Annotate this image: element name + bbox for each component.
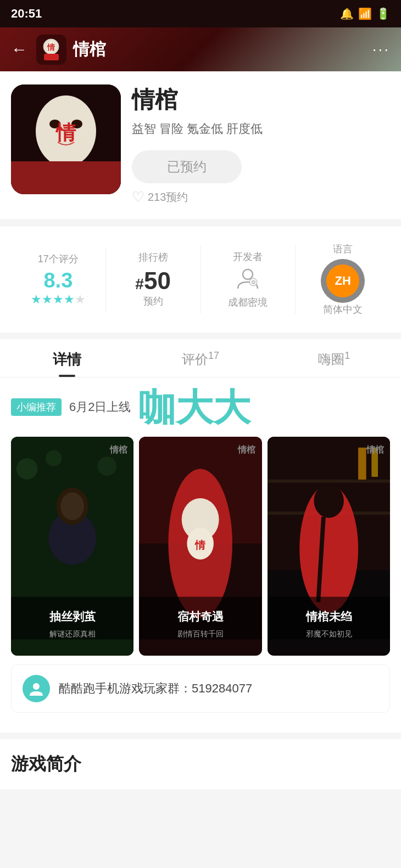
svg-text:情棺: 情棺	[237, 444, 255, 454]
language-value: ZH	[335, 274, 350, 288]
status-time: 20:51	[11, 7, 42, 21]
back-button[interactable]: ←	[11, 40, 27, 59]
svg-point-14	[243, 269, 253, 279]
community-badge: 1	[344, 350, 350, 361]
like-count: 213预约	[148, 190, 188, 205]
stat-developer: 开发者 ⚙ 成都密境	[201, 245, 296, 314]
editor-recommend-row: 小编推荐 6月2日上线 咖大大	[11, 388, 390, 426]
status-icons: 🔔 📶 🔋	[340, 7, 390, 20]
status-bar: 20:51 🔔 📶 🔋	[0, 0, 401, 27]
app-icon-large: 情	[11, 84, 121, 194]
screenshot-1[interactable]: 情棺 抽丝剥茧 解谜还原真相	[11, 437, 133, 656]
svg-point-46	[314, 484, 343, 518]
tab-details[interactable]: 详情	[0, 339, 133, 377]
svg-text:宿村奇遇: 宿村奇遇	[177, 610, 224, 623]
like-section: ♡ 213预约	[132, 189, 390, 206]
screenshot-3[interactable]: 情棺 情棺未绉 邪魔不如初见	[268, 437, 390, 656]
svg-rect-41	[268, 480, 390, 483]
app-icon-small: 情	[36, 35, 66, 65]
svg-text:情棺未绉: 情棺未绉	[305, 610, 352, 623]
editor-badge: 小编推荐	[11, 398, 62, 416]
battery-icon: 🔋	[376, 7, 390, 20]
rating-label: 17个评分	[11, 252, 105, 266]
svg-rect-4	[44, 54, 59, 60]
rating-stars: ★★★★★	[11, 292, 105, 307]
svg-point-20	[46, 450, 62, 466]
tab-community[interactable]: 嗨圈1	[268, 339, 401, 377]
app-details: 情棺 益智 冒险 氪金低 肝度低 已预约 ♡ 213预约	[132, 84, 390, 206]
rank-sub: 预约	[106, 295, 200, 308]
developer-icon: ⚙	[201, 267, 296, 296]
developer-label: 开发者	[201, 250, 296, 263]
svg-point-21	[97, 456, 116, 476]
screenshots-grid: 情棺 抽丝剥茧 解谜还原真相 情 情棺	[11, 437, 390, 656]
stat-rank: 排行榜 #50 预约	[106, 245, 201, 313]
wifi-icon: 📶	[358, 7, 372, 20]
tabs-section: 详情 评价17 嗨圈1	[0, 339, 401, 377]
game-intro-title: 游戏简介	[11, 752, 390, 776]
community-icon	[23, 675, 50, 702]
reviews-badge: 17	[208, 350, 219, 361]
stats-section: 17个评分 8.3 ★★★★★ 排行榜 #50 预约 开发者 ⚙ 成都密境 语言…	[0, 226, 401, 332]
stat-language: 语言 ZH 简体中文	[296, 237, 390, 322]
svg-text:情: 情	[55, 121, 76, 144]
svg-point-52	[33, 683, 40, 690]
rank-value: #50	[106, 267, 200, 295]
community-banner[interactable]: 酷酷跑手机游戏玩家群：519284077	[11, 664, 390, 713]
signal-icon: 🔔	[340, 7, 354, 20]
header-title: 情棺	[73, 38, 372, 61]
language-sub: 简体中文	[296, 303, 390, 316]
developer-name: 成都密境	[201, 296, 296, 309]
tab-reviews[interactable]: 评价17	[133, 339, 267, 377]
svg-text:情棺: 情棺	[109, 444, 127, 454]
rank-label: 排行榜	[106, 251, 200, 264]
more-button[interactable]: ···	[372, 41, 390, 58]
svg-text:解谜还原真相: 解谜还原真相	[49, 630, 96, 638]
big-text: 咖大大	[138, 388, 250, 426]
screenshot-2[interactable]: 情 情棺 宿村奇遇 剧情百转千回	[139, 437, 261, 656]
svg-point-24	[60, 492, 84, 520]
svg-rect-43	[358, 448, 366, 480]
community-text: 酷酷跑手机游戏玩家群：519284077	[59, 680, 252, 697]
svg-text:情: 情	[194, 539, 206, 551]
rating-value: 8.3	[11, 269, 105, 292]
content-section: 小编推荐 6月2日上线 咖大大 情棺	[0, 377, 401, 732]
language-label: 语言	[296, 243, 390, 256]
svg-text:抽丝剥茧: 抽丝剥茧	[49, 610, 96, 623]
app-info-section: 情 情棺 益智 冒险 氪金低 肝度低 已预约 ♡ 213预约	[0, 71, 401, 219]
reserve-button[interactable]: 已预约	[132, 150, 242, 183]
svg-text:⚙: ⚙	[251, 279, 256, 285]
app-name: 情棺	[132, 84, 390, 115]
svg-text:剧情百转千回: 剧情百转千回	[177, 630, 224, 638]
svg-rect-13	[11, 161, 121, 194]
app-header: ← 情 情棺 ···	[0, 27, 401, 71]
svg-text:情: 情	[47, 43, 55, 52]
heart-icon: ♡	[132, 189, 144, 206]
launch-date: 6月2日上线	[69, 399, 131, 415]
app-tags: 益智 冒险 氪金低 肝度低	[132, 121, 390, 137]
game-intro-section: 游戏简介	[0, 739, 401, 790]
svg-point-19	[16, 458, 38, 480]
language-badge: ZH	[321, 259, 365, 303]
svg-text:情棺: 情棺	[365, 444, 383, 454]
svg-text:邪魔不如初见: 邪魔不如初见	[305, 630, 352, 638]
stat-rating: 17个评分 8.3 ★★★★★	[11, 247, 106, 312]
